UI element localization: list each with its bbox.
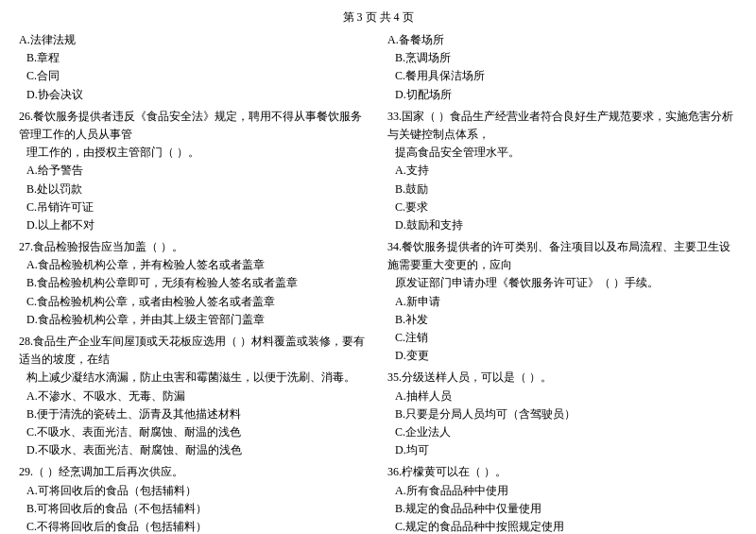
option: A.给予警告 — [19, 162, 369, 180]
option: C.要求 — [387, 198, 737, 216]
option: D.不吸水、表面光洁、耐腐蚀、耐温的浅色 — [19, 441, 369, 459]
option: D.鼓励和支持 — [387, 216, 737, 234]
question-block: 34.餐饮服务提供者的许可类别、备注项目以及布局流程、主要卫生设施需要重大变更的… — [387, 238, 737, 365]
option: B.可将回收后的食品（不包括辅料） — [19, 500, 369, 518]
option: C.注销 — [387, 329, 737, 347]
question-block: 28.食品生产企业车间屋顶或天花板应选用（ ）材料覆盖或装修，要有适当的坡度，在… — [19, 333, 369, 459]
option: 提高食品安全管理水平。 — [387, 144, 737, 162]
option: B.处以罚款 — [19, 181, 369, 198]
option: A.抽样人员 — [387, 388, 737, 405]
option: 原发证部门申请办理《餐饮服务许可证》（ ）手续。 — [387, 274, 737, 292]
option: D.协会决议 — [19, 86, 369, 104]
option: B.补发 — [387, 311, 737, 329]
question-text: 26.餐饮服务提供者违反《食品安全法》规定，聘用不得从事餐饮服务管理工作的人员从… — [19, 108, 369, 144]
question-block: A.法律法规B.章程C.合同D.协会决议 — [19, 31, 369, 104]
option: B.只要是分局人员均可（含驾驶员） — [387, 405, 737, 423]
option: C.餐用具保洁场所 — [387, 67, 737, 85]
question-block: 27.食品检验报告应当加盖（ ）。A.食品检验机构公章，并有检验人签名或者盖章B… — [19, 238, 369, 329]
question-block: 36.柠檬黄可以在（ ）。A.所有食品品种中使用B.规定的食品品种中仅量使用C.… — [387, 463, 737, 534]
question-block: 35.分级送样人员，可以是（ ）。A.抽样人员B.只要是分局人员均可（含驾驶员）… — [387, 369, 737, 459]
question-block: A.备餐场所B.烹调场所C.餐用具保洁场所D.切配场所 — [387, 31, 737, 104]
option: C.不吸水、表面光洁、耐腐蚀、耐温的浅色 — [19, 423, 369, 441]
option: A.可将回收后的食品（包括辅料） — [19, 482, 369, 500]
option: C.吊销许可证 — [19, 198, 369, 216]
question-block: 33.国家（ ）食品生产经营业者符合良好生产规范要求，实施危害分析与关键控制点体… — [387, 108, 737, 234]
question-block: 29.（ ）经烹调加工后再次供应。A.可将回收后的食品（包括辅料）B.可将回收后… — [19, 463, 369, 534]
option: B.鼓励 — [387, 181, 737, 198]
right-column: A.备餐场所B.烹调场所C.餐用具保洁场所D.切配场所33.国家（ ）食品生产经… — [387, 31, 737, 534]
option: C.食品检验机构公章，或者由检验人签名或者盖章 — [19, 293, 369, 311]
option: 构上减少凝结水滴漏，防止虫害和霉菌滋生，以便于洗刷、消毒。 — [19, 369, 369, 387]
option: C.规定的食品品种中按照规定使用 — [387, 518, 737, 534]
question-text: A.法律法规 — [19, 31, 369, 49]
option: C.企业法人 — [387, 423, 737, 441]
option: D.切配场所 — [387, 86, 737, 104]
question-text: 36.柠檬黄可以在（ ）。 — [387, 463, 737, 481]
question-text: 34.餐饮服务提供者的许可类别、备注项目以及布局流程、主要卫生设施需要重大变更的… — [387, 238, 737, 274]
option: 理工作的，由授权主管部门（ ）。 — [19, 144, 369, 162]
option: D.变更 — [387, 347, 737, 365]
question-text: 28.食品生产企业车间屋顶或天花板应选用（ ）材料覆盖或装修，要有适当的坡度，在… — [19, 333, 369, 369]
question-text: 33.国家（ ）食品生产经营业者符合良好生产规范要求，实施危害分析与关键控制点体… — [387, 108, 737, 144]
option: D.均可 — [387, 441, 737, 459]
question-block: 26.餐饮服务提供者违反《食品安全法》规定，聘用不得从事餐饮服务管理工作的人员从… — [19, 108, 369, 234]
question-text: A.备餐场所 — [387, 31, 737, 49]
option: C.合同 — [19, 67, 369, 85]
page-footer: 第 3 页 共 4 页 — [19, 9, 737, 26]
option: D.食品检验机构公章，并由其上级主管部门盖章 — [19, 311, 369, 329]
question-text: 35.分级送样人员，可以是（ ）。 — [387, 369, 737, 387]
option: A.不渗水、不吸水、无毒、防漏 — [19, 388, 369, 405]
option: B.规定的食品品种中仅量使用 — [387, 500, 737, 518]
main-content: A.法律法规B.章程C.合同D.协会决议26.餐饮服务提供者违反《食品安全法》规… — [19, 31, 737, 534]
option: D.以上都不对 — [19, 216, 369, 234]
option: B.食品检验机构公章即可，无须有检验人签名或者盖章 — [19, 274, 369, 292]
option: B.烹调场所 — [387, 49, 737, 67]
option: A.食品检验机构公章，并有检验人签名或者盖章 — [19, 256, 369, 274]
question-text: 29.（ ）经烹调加工后再次供应。 — [19, 463, 369, 481]
option: B.章程 — [19, 49, 369, 67]
question-text: 27.食品检验报告应当加盖（ ）。 — [19, 238, 369, 256]
option: C.不得将回收后的食品（包括辅料） — [19, 518, 369, 534]
option: A.所有食品品种中使用 — [387, 482, 737, 500]
option: A.支持 — [387, 162, 737, 180]
option: A.新申请 — [387, 293, 737, 311]
option: B.便于清洗的瓷砖土、沥青及其他描述材料 — [19, 405, 369, 423]
left-column: A.法律法规B.章程C.合同D.协会决议26.餐饮服务提供者违反《食品安全法》规… — [19, 31, 369, 534]
